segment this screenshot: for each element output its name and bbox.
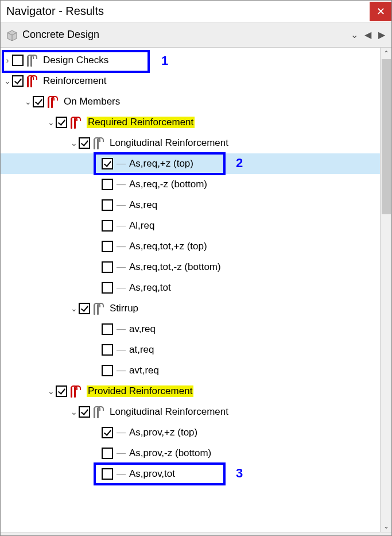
leaf-icon: — — [117, 365, 126, 376]
checkbox-required-reinf[interactable] — [56, 117, 67, 128]
checkbox-as-req[interactable] — [102, 199, 113, 211]
node-label: Longitudinal Reinforcement — [110, 137, 228, 149]
checkbox-stirrup[interactable] — [79, 303, 90, 314]
node-as-prov-pz[interactable]: — As,prov,+z (top) — [1, 422, 380, 443]
node-label: Provided Reinforcement — [87, 385, 193, 397]
node-av-req[interactable]: — av,req — [1, 319, 380, 340]
next-result-button[interactable]: ▶ — [377, 29, 387, 40]
node-al-req[interactable]: — Al,req — [1, 215, 380, 236]
leaf-icon: — — [117, 427, 126, 438]
node-label: As,req,tot — [129, 282, 171, 294]
checkbox-long-reinf-req[interactable] — [79, 137, 90, 149]
node-as-req-pz[interactable]: — As,req,+z (top) — [1, 153, 380, 174]
node-long-reinf-prov[interactable]: ⌄ Longitudinal Reinforcement — [1, 402, 380, 422]
node-label: As,req,-z (bottom) — [129, 179, 207, 190]
expander-icon[interactable]: ⌄ — [69, 304, 79, 313]
expander-icon[interactable]: ⌄ — [24, 97, 33, 106]
node-reinforcement[interactable]: ⌄ Reinforcement — [1, 71, 380, 91]
expander-icon[interactable]: ⌄ — [3, 76, 12, 86]
checkbox-as-req-pz[interactable] — [102, 158, 113, 169]
node-required-reinforcement[interactable]: ⌄ Required Reinforcement — [1, 112, 380, 133]
horizontal-scrollbar[interactable] — [1, 532, 391, 535]
section-dropdown[interactable]: ⌄ — [349, 29, 359, 40]
expander-icon[interactable]: › — [3, 56, 12, 65]
node-at-req[interactable]: — at,req — [1, 340, 380, 360]
node-label: Design Checks — [43, 55, 108, 66]
expander-icon[interactable]: ⌄ — [69, 407, 79, 417]
section-title: Concrete Design — [22, 29, 346, 41]
members-icon — [27, 54, 41, 67]
node-design-checks[interactable]: › Design Checks — [1, 50, 380, 71]
members-icon — [71, 385, 84, 398]
node-as-req[interactable]: — As,req — [1, 195, 380, 215]
titlebar: Navigator - Results ✕ — [1, 1, 391, 22]
node-label: As,req,+z (top) — [129, 158, 193, 169]
node-label: Al,req — [129, 220, 154, 232]
checkbox-av-req[interactable] — [102, 323, 113, 335]
scroll-down-button[interactable]: ⌄ — [381, 520, 391, 532]
node-as-prov-tot[interactable]: — As,prov,tot — [1, 464, 380, 484]
node-as-req-tot[interactable]: — As,req,tot — [1, 277, 380, 298]
concrete-icon — [5, 29, 19, 41]
close-button[interactable]: ✕ — [370, 2, 391, 21]
members-icon — [48, 95, 61, 108]
vertical-scrollbar[interactable]: ⌃ ⌄ — [380, 48, 391, 532]
checkbox-as-req-mz[interactable] — [102, 179, 113, 190]
members-icon — [71, 116, 84, 129]
scroll-thumb[interactable] — [382, 59, 391, 214]
node-label: av,req — [129, 323, 156, 335]
node-long-reinf-req[interactable]: ⌄ Longitudinal Reinforcement — [1, 133, 380, 153]
leaf-icon: — — [117, 345, 126, 355]
node-label: On Members — [64, 96, 120, 107]
expander-icon[interactable]: ⌄ — [46, 387, 56, 396]
checkbox-as-req-tot-mz[interactable] — [102, 261, 113, 273]
checkbox-at-req[interactable] — [102, 344, 113, 356]
results-tree[interactable]: › Design Checks ⌄ Reinforcement ⌄ On Mem… — [1, 48, 380, 532]
node-label: As,prov,+z (top) — [129, 427, 197, 438]
checkbox-as-req-tot[interactable] — [102, 282, 113, 294]
leaf-icon: — — [117, 448, 126, 458]
expander-icon[interactable]: ⌄ — [46, 118, 56, 127]
node-label: Stirrup — [110, 303, 138, 314]
expander-icon[interactable]: ⌄ — [69, 138, 79, 148]
checkbox-as-prov-mz[interactable] — [102, 448, 113, 459]
prev-result-button[interactable]: ◀ — [363, 29, 373, 40]
node-label: As,prov,-z (bottom) — [129, 448, 211, 459]
checkbox-as-prov-pz[interactable] — [102, 427, 113, 438]
node-label: Reinforcement — [43, 75, 107, 87]
node-provided-reinforcement[interactable]: ⌄ Provided Reinforcement — [1, 381, 380, 402]
checkbox-long-reinf-prov[interactable] — [79, 406, 90, 418]
checkbox-as-prov-tot[interactable] — [102, 468, 113, 480]
node-as-req-tot-pz[interactable]: — As,req,tot,+z (top) — [1, 236, 380, 257]
node-label: avt,req — [129, 365, 159, 376]
node-on-members[interactable]: ⌄ On Members — [1, 91, 380, 112]
leaf-icon: — — [117, 241, 126, 252]
node-as-req-mz[interactable]: — As,req,-z (bottom) — [1, 174, 380, 195]
checkbox-reinforcement[interactable] — [12, 75, 24, 87]
node-label: As,req,tot,+z (top) — [129, 241, 207, 252]
node-stirrup[interactable]: ⌄ Stirrup — [1, 298, 380, 319]
members-icon — [94, 137, 107, 149]
scroll-track[interactable] — [381, 59, 391, 520]
checkbox-design-checks[interactable] — [12, 55, 24, 66]
node-label: at,req — [129, 344, 154, 356]
node-as-prov-mz[interactable]: — As,prov,-z (bottom) — [1, 443, 380, 464]
leaf-icon: — — [117, 200, 126, 210]
node-as-req-tot-mz[interactable]: — As,req,tot,-z (bottom) — [1, 257, 380, 277]
checkbox-avt-req[interactable] — [102, 365, 113, 376]
leaf-icon: — — [117, 159, 126, 169]
node-label: As,prov,tot — [129, 468, 175, 480]
members-icon — [94, 406, 107, 418]
checkbox-as-req-tot-pz[interactable] — [102, 241, 113, 252]
leaf-icon: — — [117, 283, 126, 293]
members-icon — [94, 302, 107, 315]
checkbox-al-req[interactable] — [102, 220, 113, 232]
section-bar: Concrete Design ⌄ ◀ ▶ — [1, 22, 391, 48]
node-label: Longitudinal Reinforcement — [110, 406, 228, 418]
node-label: As,req,tot,-z (bottom) — [129, 261, 221, 273]
scroll-up-button[interactable]: ⌃ — [381, 48, 391, 59]
checkbox-on-members[interactable] — [33, 96, 44, 107]
checkbox-provided-reinf[interactable] — [56, 385, 67, 397]
node-avt-req[interactable]: — avt,req — [1, 360, 380, 381]
close-icon: ✕ — [377, 5, 385, 18]
